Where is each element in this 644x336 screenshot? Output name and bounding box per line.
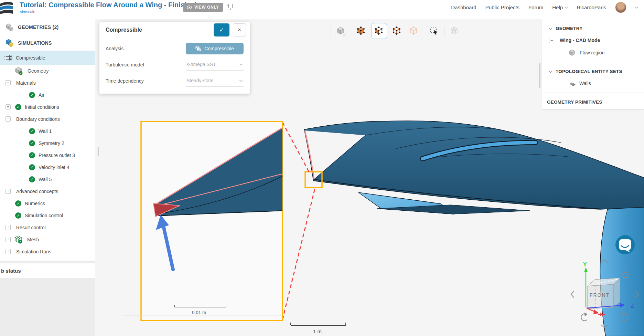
time-dependency-value: Steady-state (186, 78, 214, 83)
section-topological-entity-sets[interactable]: TOPOLOGICAL ENTITY SETS (542, 62, 644, 77)
tree-item-label: Simulation Runs (16, 249, 51, 254)
expand-toggle[interactable]: + (6, 104, 11, 109)
analysis-label: Analysis (106, 46, 186, 51)
tree-item-numerics[interactable]: ✓ Numerics (0, 197, 95, 209)
project-owner[interactable]: simscale (20, 10, 35, 14)
tree-item-symmetry-2[interactable]: ✓ Symmetry 2 (0, 137, 95, 149)
tree-item-label: Boundary conditions (16, 116, 60, 122)
expand-toggle[interactable]: + (6, 225, 11, 230)
tree-item-initial-conditions[interactable]: + ✓ Initial conditions (0, 101, 95, 113)
tree-item-simulation-runs[interactable]: + Simulation Runs (0, 245, 95, 258)
check-icon: ✓ (29, 164, 35, 170)
tree-item-label: Advanced concepts (16, 189, 58, 194)
solid-view-tool[interactable] (334, 24, 348, 38)
sidebar-item-simulations[interactable]: SIMULATIONS (0, 35, 95, 51)
solid-view-icon (336, 26, 346, 36)
job-status-label: b status (1, 268, 21, 274)
tree-item-wing-cad-mode[interactable]: − Wing - CAD Mode (542, 34, 644, 46)
apply-button[interactable]: ✓ (214, 23, 229, 36)
tree-item-flow-region[interactable]: Flow region (542, 46, 644, 59)
username[interactable]: RicardoParis (577, 4, 606, 10)
analysis-cubes-icon (195, 46, 201, 51)
tree-item-advanced-concepts[interactable]: + Advanced concepts (0, 185, 95, 197)
analysis-type-button[interactable]: Compressible (186, 43, 244, 54)
nav-forum[interactable]: Forum (528, 4, 543, 10)
collapse-toggle[interactable]: − (6, 80, 11, 85)
left-sidebar: GEOMETRIES (2) SIMULATIONS (0, 19, 95, 336)
tree-item-boundary-conditions[interactable]: − Boundary conditions (0, 113, 95, 125)
right-panel-scrollbar[interactable] (539, 63, 540, 88)
tree-item-label: Result control (16, 225, 46, 230)
collapse-toggle[interactable]: − (6, 116, 11, 122)
tree-item-mesh[interactable]: + ✓ Mesh (0, 233, 95, 245)
volume-select-tool[interactable] (354, 24, 368, 38)
simulation-icon (4, 54, 12, 61)
view-only-badge: VIEW ONLY (183, 3, 223, 12)
tree-item-wall-1[interactable]: ✓ Wall 1 (0, 125, 95, 137)
face-select-tool[interactable] (371, 23, 387, 39)
box-select-tool[interactable] (427, 24, 441, 38)
tree-item-simulation-control[interactable]: ✓ Simulation control (0, 209, 95, 221)
toolbar-divider (351, 26, 351, 36)
top-bar: Tutorial: Compressible Flow Around a Win… (0, 0, 644, 19)
section-geometry-primitives[interactable]: GEOMETRY PRIMITIVES (542, 93, 644, 108)
chevron-down-icon (239, 78, 243, 82)
nav-public-projects[interactable]: Public Projects (485, 4, 519, 10)
geometry-check-icon: ✓ (15, 67, 24, 75)
toolbar-divider (444, 26, 444, 36)
mesh-select-icon (450, 26, 459, 36)
tree-item-velocity-inlet-4[interactable]: ✓ Velocity inlet 4 (0, 161, 95, 173)
turbulence-model-select[interactable]: k-omega SST (186, 59, 244, 71)
job-status-bar[interactable]: b status (0, 263, 95, 278)
box-select-icon (429, 26, 439, 36)
tree-item-wall-5[interactable]: ✓ Wall 5 (0, 173, 95, 185)
section-geometry[interactable]: GEOMETRY (542, 19, 644, 34)
geometries-icon (6, 23, 14, 31)
edge-select-tool[interactable] (390, 24, 404, 38)
chevron-down-icon (565, 5, 568, 9)
vertex-select-icon (409, 26, 419, 36)
time-dependency-label: Time dependency (106, 78, 186, 84)
layers-icon (568, 80, 576, 86)
expand-toggle[interactable]: + (6, 249, 11, 254)
tree-item-label: Compressible (16, 55, 45, 61)
tree-item-materials[interactable]: − Materials (0, 77, 95, 89)
account-chevron-down-icon[interactable] (635, 5, 638, 9)
compressible-settings-panel: Compressible ✓ × Analysis Compressible T… (99, 22, 250, 94)
tree-item-label: Materials (16, 80, 36, 86)
nav-dashboard[interactable]: Dashboard (451, 4, 476, 10)
top-navigation: Dashboard Public Projects Forum Help Ric… (451, 0, 638, 14)
tree-item-label: Numerics (25, 201, 45, 206)
tree-item-geometry[interactable]: ✓ Geometry (0, 65, 95, 77)
walls-label: Walls (579, 81, 591, 86)
nav-help[interactable]: Help (552, 4, 568, 10)
tree-item-label: Wall 5 (39, 177, 52, 182)
collapse-toggle[interactable]: − (549, 38, 554, 43)
face-select-icon (374, 26, 384, 36)
tree-item-result-control[interactable]: + Result control (0, 221, 95, 233)
view-only-label: VIEW ONLY (194, 5, 219, 10)
chevron-down-icon (549, 27, 552, 30)
tree-item-compressible[interactable]: Compressible (0, 51, 95, 65)
check-icon: ✓ (29, 176, 35, 182)
panel-title: Compressible (106, 27, 214, 33)
tree-item-pressure-outlet-3[interactable]: ✓ Pressure outlet 3 (0, 149, 95, 161)
time-dependency-select[interactable]: Steady-state (186, 75, 244, 87)
avatar[interactable] (615, 2, 626, 13)
close-button[interactable]: × (233, 23, 246, 36)
check-icon: ✓ (29, 92, 35, 98)
expand-toggle[interactable]: + (6, 189, 11, 194)
check-icon: ✓ (29, 152, 35, 158)
sidebar-resize-handle[interactable] (97, 147, 99, 156)
expand-toggle[interactable]: + (6, 237, 11, 242)
check-icon: ✓ (29, 140, 35, 146)
sidebar-item-geometries[interactable]: GEOMETRIES (2) (0, 19, 95, 35)
copy-project-icon[interactable] (227, 4, 234, 11)
turbulence-value: k-omega SST (186, 62, 216, 67)
svg-text:✓: ✓ (20, 72, 22, 75)
wing-cad-mode-label: Wing - CAD Mode (560, 38, 600, 43)
tree-item-label: Mesh (27, 237, 39, 242)
tree-item-air[interactable]: ✓ Air (0, 89, 95, 101)
turbulence-label: Turbulence model (106, 62, 186, 67)
tree-item-walls[interactable]: Walls (542, 77, 644, 90)
